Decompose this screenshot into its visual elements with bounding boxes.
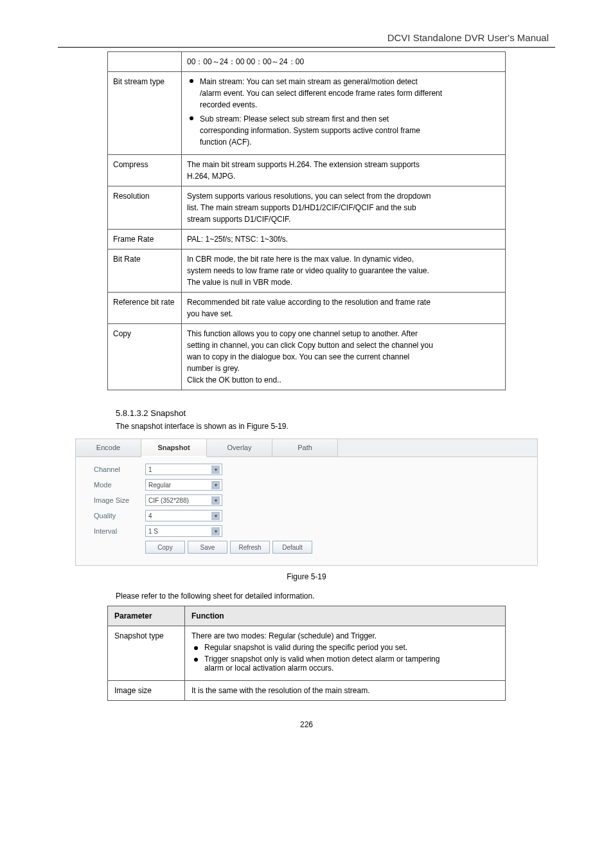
doc-title: DCVI Standalone DVR User's Manual <box>58 32 555 43</box>
screenshot-snapshot-settings: Encode Snapshot Overlay Path Channel 1 ▾… <box>75 439 538 566</box>
tab-snapshot[interactable]: Snapshot <box>141 439 207 457</box>
table-cell: Recommended bit rate value according to … <box>182 293 506 324</box>
bullet-text: Main stream: You can set main stream as … <box>200 76 442 111</box>
select-value: 1 S <box>148 528 158 535</box>
label-quality: Quality <box>94 512 145 520</box>
save-button[interactable]: Save <box>188 541 227 554</box>
table-cell: Copy <box>108 324 182 390</box>
table-cell: Main stream: You can set main stream as … <box>182 72 506 155</box>
table-cell: System supports various resolutions, you… <box>182 186 506 230</box>
table-cell: Snapshot type <box>108 626 185 681</box>
section-heading: 5.8.1.3.2 Snapshot <box>116 408 555 418</box>
bullet-text: Trigger snapshot only is valid when moti… <box>204 655 440 673</box>
label-channel: Channel <box>94 466 145 473</box>
tab-path[interactable]: Path <box>272 439 338 457</box>
bullet-icon <box>190 79 193 83</box>
figure-caption: Figure 5-19 <box>58 572 555 581</box>
select-value: 1 <box>148 466 152 473</box>
table-header: Function <box>185 606 506 626</box>
header-divider <box>58 47 555 48</box>
tab-bar: Encode Snapshot Overlay Path <box>76 439 537 457</box>
table-cell: Frame Rate <box>108 230 182 249</box>
table-cell: It is the same with the resolution of th… <box>185 681 506 701</box>
table-cell: PAL: 1~25f/s; NTSC: 1~30f/s. <box>182 230 506 249</box>
select-value: Regular <box>148 482 171 489</box>
bullet-icon <box>194 658 198 662</box>
bullet-icon <box>194 646 198 650</box>
reference-text: Please refer to the following sheet for … <box>116 592 555 601</box>
chevron-down-icon: ▾ <box>211 496 220 505</box>
select-quality[interactable]: 4 ▾ <box>145 510 222 521</box>
page-number: 226 <box>58 720 555 729</box>
select-image-size[interactable]: CIF (352*288) ▾ <box>145 494 222 506</box>
text: 00：00～24：00 00：00～24：00 <box>187 57 304 66</box>
bullet-text: Sub stream: Please select sub stream fir… <box>200 113 420 148</box>
select-value: CIF (352*288) <box>148 497 189 504</box>
chevron-down-icon: ▾ <box>211 466 220 474</box>
bullet-text: Regular snapshot is valid during the spe… <box>204 643 407 652</box>
table-cell: Image size <box>108 681 185 701</box>
parameter-table-1: 00：00～24：00 00：00～24：00 Bit stream type … <box>107 51 506 390</box>
copy-button[interactable]: Copy <box>145 541 185 554</box>
label-image-size: Image Size <box>94 496 145 504</box>
tab-overlay[interactable]: Overlay <box>207 439 272 457</box>
table-cell: 00：00～24：00 00：00～24：00 <box>182 52 506 72</box>
chevron-down-icon: ▾ <box>211 481 220 489</box>
table-header: Parameter <box>108 606 185 626</box>
table-cell: In CBR mode, the bit rate here is the ma… <box>182 249 506 293</box>
table-cell: There are two modes: Regular (schedule) … <box>185 626 506 681</box>
table-cell <box>108 52 182 72</box>
select-channel[interactable]: 1 ▾ <box>145 464 222 475</box>
label-interval: Interval <box>94 527 145 535</box>
table-cell: Reference bit rate <box>108 293 182 324</box>
table-cell: This function allows you to copy one cha… <box>182 324 506 390</box>
chevron-down-icon: ▾ <box>211 512 220 520</box>
table-cell: Compress <box>108 155 182 186</box>
tab-encode[interactable]: Encode <box>76 439 141 457</box>
select-value: 4 <box>148 512 152 520</box>
parameter-table-2: Parameter Function Snapshot type There a… <box>107 606 506 701</box>
select-interval[interactable]: 1 S ▾ <box>145 525 222 537</box>
select-mode[interactable]: Regular ▾ <box>145 479 222 491</box>
refresh-button[interactable]: Refresh <box>230 541 270 554</box>
body-text: The snapshot interface is shown as in Fi… <box>116 422 555 431</box>
chevron-down-icon: ▾ <box>211 527 220 536</box>
bullet-icon <box>190 116 193 120</box>
table-cell: Resolution <box>108 186 182 230</box>
default-button[interactable]: Default <box>272 541 312 554</box>
table-cell: Bit stream type <box>108 72 182 155</box>
label-mode: Mode <box>94 481 145 489</box>
table-cell: The main bit stream supports H.264. The … <box>182 155 506 186</box>
table-cell: Bit Rate <box>108 249 182 293</box>
